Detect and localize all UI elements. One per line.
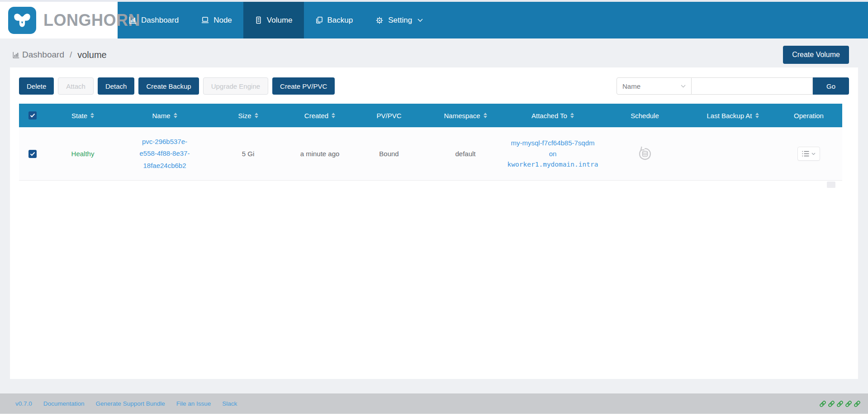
filter-field-select[interactable]: Name [617,77,692,95]
nav-dashboard[interactable]: Dashboard [118,2,190,38]
sort-caret-icon [255,113,258,118]
recurring-backup-icon [636,145,654,163]
column-header-state[interactable]: State [46,112,119,120]
sort-caret-icon [174,113,177,118]
volume-table: State Name Size Created [19,104,842,188]
breadcrumb: Dashboard / volume [13,50,107,60]
longhorn-app: LONGHORN Dashboard Node Volume [0,0,868,417]
volume-created: a minute ago [286,150,353,158]
volume-card: Delete Attach Detach Create Backup Upgra… [10,67,858,379]
detach-button[interactable]: Detach [98,77,135,95]
main-nav: Dashboard Node Volume Backup [118,2,434,38]
footer-link-version[interactable]: v0.7.0 [15,400,32,407]
sort-caret-icon [484,113,487,118]
footer-link-support-bundle[interactable]: Generate Support Bundle [96,400,165,407]
volume-state: Healthy [46,150,119,158]
column-header-schedule: Schedule [599,112,690,120]
setting-gear-icon [375,16,384,24]
column-header-operation: Operation [775,112,842,120]
breadcrumb-current: volume [77,50,106,60]
footer: v0.7.0 Documentation Generate Support Bu… [0,393,868,414]
filter-bar: Name Go [617,77,849,95]
attach-button: Attach [58,77,94,95]
row-checkbox[interactable] [28,150,37,158]
create-pv-pvc-button[interactable]: Create PV/PVC [272,77,335,95]
operation-menu-button[interactable] [797,147,820,161]
attached-preposition: on [549,149,557,159]
bottom-edge-strip [0,414,868,417]
longhorn-logo-icon [8,7,36,34]
column-header-last-backup-at[interactable]: Last Backup At [690,112,775,120]
chain-link-icon[interactable] [854,400,861,407]
sort-caret-icon [570,113,574,118]
go-button[interactable]: Go [813,77,849,95]
footer-links: v0.7.0 Documentation Generate Support Bu… [15,400,237,407]
chain-link-icon[interactable] [828,400,835,407]
nav-backup[interactable]: Backup [304,2,365,38]
chain-link-icon[interactable] [836,400,844,407]
column-header-name[interactable]: Name [119,112,210,120]
bulk-action-buttons: Delete Attach Detach Create Backup Upgra… [19,77,335,95]
workload-link[interactable]: my-mysql-f7cf64b85-7sqdm [511,138,594,149]
table-row: Healthy pvc-296b537e- e558-4f88-8e37-18f… [19,127,842,181]
volume-toolbar: Delete Attach Detach Create Backup Upgra… [19,77,849,95]
brand[interactable]: LONGHORN [0,2,118,38]
chevron-down-icon [681,85,686,88]
dashboard-icon [129,16,137,24]
nav-label: Setting [388,16,412,25]
nav-node[interactable]: Node [190,2,243,38]
operation-cell [775,147,842,161]
top-navbar: LONGHORN Dashboard Node Volume [0,2,868,38]
volume-icon [255,16,262,24]
select-all-checkbox[interactable] [28,111,37,120]
chevron-down-icon [417,19,423,22]
upgrade-engine-button: Upgrade Engine [203,77,268,95]
column-header-created[interactable]: Created [286,112,353,120]
table-header: State Name Size Created [19,104,842,127]
chain-link-icon[interactable] [845,400,852,407]
footer-link-slack[interactable]: Slack [222,400,237,407]
volume-pv-pvc-status: Bound [353,150,425,158]
nav-volume[interactable]: Volume [243,2,304,38]
list-icon [802,151,809,157]
nav-label: Volume [267,16,293,25]
column-header-size[interactable]: Size [210,112,286,120]
breadcrumb-dashboard[interactable]: Dashboard [22,50,64,60]
column-header-namespace[interactable]: Namespace [425,112,506,120]
chart-icon [13,52,19,58]
column-header-pv-pvc: PV/PVC [353,112,425,120]
volume-name-link[interactable]: pvc-296b537e- e558-4f88-8e37-18fae24cb6b… [119,136,210,172]
node-link[interactable]: kworker1.mydomain.intra [508,159,598,170]
breadcrumb-separator: / [70,50,72,60]
nav-setting[interactable]: Setting [364,2,434,38]
search-input[interactable] [692,77,813,95]
sort-caret-icon [332,113,335,118]
volume-namespace: default [425,150,506,158]
chevron-down-icon [811,153,816,155]
volume-size: 5 Gi [210,150,286,158]
delete-button[interactable]: Delete [19,77,54,95]
create-volume-button[interactable]: Create Volume [783,46,849,64]
volume-attached-to: my-mysql-f7cf64b85-7sqdm on kworker1.myd… [506,138,599,170]
nav-label: Node [213,16,232,25]
column-header-attached-to[interactable]: Attached To [506,112,599,120]
filter-field-value: Name [622,82,640,90]
footer-link-documentation[interactable]: Documentation [43,400,85,407]
table-scrollbar[interactable] [827,182,835,188]
main-area: Dashboard / volume Create Volume Delete … [0,38,868,393]
footer-api-links [819,400,861,407]
nav-label: Backup [327,16,353,25]
chain-link-icon[interactable] [819,400,826,407]
volume-schedule [599,145,690,163]
create-backup-button[interactable]: Create Backup [138,77,199,95]
sort-caret-icon [90,113,94,118]
nav-label: Dashboard [141,16,179,25]
sort-caret-icon [755,113,759,118]
node-icon [201,16,209,24]
backup-icon [315,16,323,24]
footer-link-file-issue[interactable]: File an Issue [176,400,211,407]
page-header: Dashboard / volume Create Volume [0,38,868,67]
